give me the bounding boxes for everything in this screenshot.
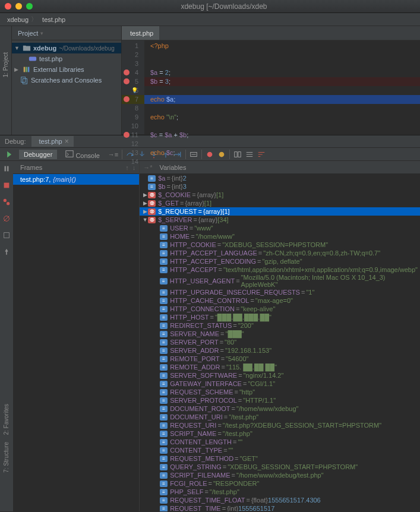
- frames-list: test.php:7, {main}(): [13, 174, 139, 511]
- variable-row[interactable]: ▶⦿$_GET = {array} [1]: [140, 199, 420, 207]
- svg-point-26: [7, 202, 10, 205]
- variable-row[interactable]: ≡HTTP_COOKIE = "XDEBUG_SESSION=PHPSTORM": [140, 241, 420, 249]
- window-title: xdebug [~/Downloads/xdeb: [33, 2, 415, 11]
- frames-panel: Frames ↑ ↓ test.php:7, {main}(): [13, 161, 139, 511]
- variable-row[interactable]: ≡DOCUMENT_URI = "/test.php": [140, 413, 420, 421]
- variable-row[interactable]: ≡FCGI_ROLE = "RESPONDER": [140, 479, 420, 488]
- left-bottom-tool-strip: 2: Favorites 7: Structure: [0, 404, 12, 473]
- svg-rect-6: [29, 57, 36, 61]
- variable-row[interactable]: ≡REQUEST_URI = "/test.php?XDEBUG_SESSION…: [140, 421, 420, 429]
- console-tab[interactable]: Console: [61, 148, 104, 160]
- svg-rect-9: [28, 67, 30, 72]
- variable-row[interactable]: ≡CONTENT_LENGTH = "": [140, 438, 420, 446]
- variable-row[interactable]: ≡SCRIPT_FILENAME = "/home/www/xdebug/tes…: [140, 471, 420, 479]
- project-label[interactable]: Project: [18, 30, 38, 37]
- pause-icon[interactable]: [2, 165, 11, 173]
- breadcrumb-file[interactable]: test.php: [42, 16, 65, 23]
- variable-row[interactable]: ≡QUERY_STRING = "XDEBUG_SESSION_START=PH…: [140, 463, 420, 471]
- variable-row[interactable]: ≡$a = {int} 2: [140, 174, 420, 182]
- variable-row[interactable]: ≡HTTP_ACCEPT_ENCODING = "gzip, deflate": [140, 257, 420, 266]
- structure-tab[interactable]: 7: Structure: [3, 442, 10, 473]
- window-controls[interactable]: [5, 3, 33, 10]
- settings-side-icon[interactable]: [2, 231, 11, 239]
- project-tool-tab[interactable]: 1: Project: [2, 50, 9, 80]
- variable-row[interactable]: ≡HTTP_USER_AGENT = "Mozilla/5.0 (Macinto…: [140, 274, 420, 288]
- titlebar: xdebug [~/Downloads/xdeb: [0, 0, 420, 13]
- variable-row[interactable]: ▼⦿$_SERVER = {array} [34]: [140, 216, 420, 224]
- debug-session-tab[interactable]: test.php ×: [31, 136, 73, 147]
- variable-row[interactable]: ≡HOME = "/home/www": [140, 232, 420, 241]
- tree-file[interactable]: test.php: [12, 53, 121, 64]
- svg-rect-14: [66, 150, 73, 157]
- variables-panel: →* Variables ≡$a = {int} 2≡$b = {int} 3▶…: [140, 161, 420, 511]
- variable-row[interactable]: ≡GATEWAY_INTERFACE = "CGI/1.1": [140, 380, 420, 388]
- variable-row[interactable]: ▶⦿$_REQUEST = {array} [1]: [140, 207, 420, 216]
- svg-rect-7: [24, 67, 26, 72]
- pin-icon[interactable]: [2, 248, 11, 256]
- variable-row[interactable]: ▶⦿$_COOKIE = {array} [1]: [140, 191, 420, 199]
- variable-row[interactable]: ≡USER = "www": [140, 224, 420, 232]
- variable-row[interactable]: ≡HTTP_ACCEPT = "text/html,application/xh…: [140, 266, 420, 274]
- variable-row[interactable]: ≡HTTP_UPGRADE_INSECURE_REQUESTS = "1": [140, 288, 420, 296]
- frames-header: Frames ↑ ↓: [13, 161, 139, 174]
- breadcrumb-project[interactable]: xdebug: [7, 16, 29, 23]
- svg-rect-10: [21, 77, 26, 83]
- project-panel-header: Project ▾: [12, 26, 121, 40]
- editor-tab[interactable]: test.php: [122, 26, 159, 40]
- project-panel: Project ▾ ▼ xdebug ~/Downloads/xdebug te…: [12, 26, 122, 135]
- variables-tree[interactable]: ≡$a = {int} 2≡$b = {int} 3▶⦿$_COOKIE = {…: [140, 174, 420, 511]
- debug-label: Debug:: [5, 138, 26, 145]
- variable-row[interactable]: ≡SERVER_PROTOCOL = "HTTP/1.1": [140, 396, 420, 404]
- variable-row[interactable]: ≡SERVER_PORT = "80": [140, 338, 420, 346]
- project-tree: ▼ xdebug ~/Downloads/xdebug test.php ▶ E…: [12, 40, 121, 88]
- svg-rect-28: [4, 233, 10, 238]
- variable-row[interactable]: ≡HTTP_HOST = "███.██.███.██": [140, 313, 420, 321]
- svg-rect-24: [4, 183, 10, 188]
- debugger-tab[interactable]: Debugger: [19, 150, 57, 159]
- left-tool-strip: 1: Project: [0, 26, 12, 135]
- close-icon[interactable]: ×: [65, 137, 69, 146]
- variable-row[interactable]: ≡SERVER_SOFTWARE = "nginx/1.14.2": [140, 371, 420, 380]
- variable-row[interactable]: ≡SCRIPT_NAME = "/test.php": [140, 429, 420, 438]
- favorites-tab[interactable]: 2: Favorites: [3, 404, 10, 435]
- variable-row[interactable]: ≡REMOTE_ADDR = "115. ██.██ ██": [140, 363, 420, 371]
- editor-gutter[interactable]: 1234567891011121314: [122, 40, 144, 134]
- resume-icon[interactable]: [4, 150, 12, 159]
- svg-rect-23: [7, 166, 9, 172]
- breadcrumb-sep: 〉: [31, 15, 37, 24]
- stack-frame[interactable]: test.php:7, {main}(): [13, 174, 139, 185]
- code-area[interactable]: 1234567891011121314 <?php$a = 2;$b = 3;e…: [122, 40, 420, 134]
- tree-scratches[interactable]: Scratches and Consoles: [12, 75, 121, 86]
- variable-row[interactable]: ≡REQUEST_TIME = {int} 1555651517: [140, 504, 420, 511]
- variable-row[interactable]: ≡REQUEST_SCHEME = "http": [140, 388, 420, 396]
- variable-row[interactable]: ≡HTTP_CACHE_CONTROL = "max-age=0": [140, 296, 420, 305]
- minimize-window-icon[interactable]: [15, 3, 22, 10]
- variable-row[interactable]: ≡REQUEST_TIME_FLOAT = {float} 1555651517…: [140, 496, 420, 504]
- mute-icon[interactable]: [2, 214, 11, 223]
- variable-row[interactable]: ≡REQUEST_METHOD = "GET": [140, 454, 420, 463]
- view-breakpoints-icon[interactable]: [2, 198, 11, 206]
- editor-tab-strip: test.php: [122, 26, 420, 40]
- close-window-icon[interactable]: [5, 3, 11, 10]
- tree-external-libs[interactable]: ▶ External Libraries: [12, 64, 121, 75]
- tree-root[interactable]: ▼ xdebug ~/Downloads/xdebug: [12, 43, 121, 53]
- stop-icon[interactable]: [2, 181, 11, 189]
- variable-row[interactable]: ≡SERVER_NAME = "███": [140, 330, 420, 338]
- variable-row[interactable]: ≡HTTP_ACCEPT_LANGUAGE = "zh-CN,zh;q=0.9,…: [140, 249, 420, 257]
- variable-row[interactable]: ≡REMOTE_PORT = "54600": [140, 355, 420, 363]
- variable-row[interactable]: ≡PHP_SELF = "/test.php": [140, 488, 420, 496]
- zoom-window-icon[interactable]: [26, 3, 33, 10]
- editor-code[interactable]: <?php$a = 2;$b = 3;echo $a;echo "\n";$c …: [144, 40, 420, 134]
- svg-rect-22: [4, 166, 6, 172]
- variable-row[interactable]: ≡HTTP_CONNECTION = "keep-alive": [140, 305, 420, 313]
- breadcrumb: xdebug 〉 test.php: [0, 13, 420, 26]
- variable-row[interactable]: ≡$b = {int} 3: [140, 182, 420, 191]
- variable-row[interactable]: ≡REDIRECT_STATUS = "200": [140, 321, 420, 330]
- variable-row[interactable]: ≡SERVER_ADDR = "192.168.1.153": [140, 346, 420, 355]
- svg-rect-11: [23, 78, 27, 84]
- chevron-down-icon[interactable]: ▾: [40, 30, 43, 36]
- variable-row[interactable]: ≡CONTENT_TYPE = "": [140, 446, 420, 454]
- svg-rect-8: [26, 67, 27, 72]
- variable-row[interactable]: ≡DOCUMENT_ROOT = "/home/www/xdebug": [140, 404, 420, 413]
- scratches-icon: [20, 76, 29, 84]
